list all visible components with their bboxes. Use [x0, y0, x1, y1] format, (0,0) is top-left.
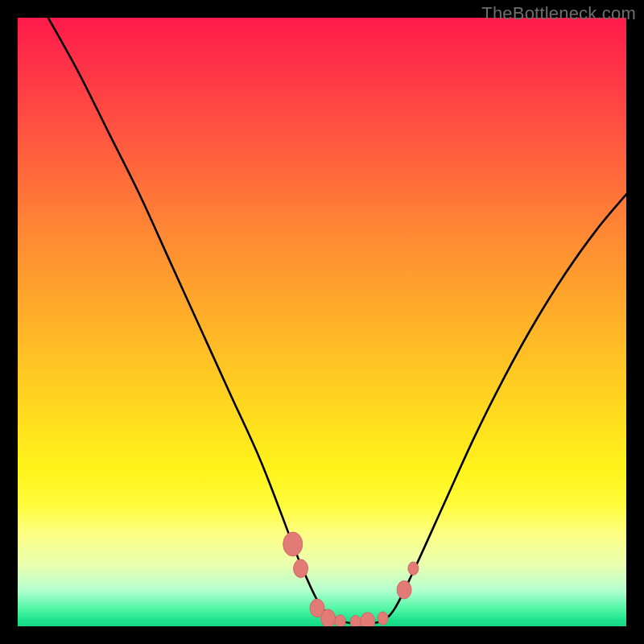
plot-area	[18, 18, 626, 626]
curve-marker	[350, 616, 361, 626]
curve-marker	[378, 612, 388, 625]
chart-frame: TheBottleneck.com	[0, 0, 644, 644]
curve-marker	[283, 532, 303, 556]
curve-marker	[321, 609, 336, 626]
watermark-text: TheBottleneck.com	[481, 3, 636, 24]
curve-marker	[397, 580, 411, 599]
curve-marker	[408, 562, 419, 575]
curve-markers	[283, 532, 419, 626]
curve-marker	[361, 613, 375, 626]
bottleneck-curve	[48, 18, 626, 624]
curve-layer	[18, 18, 626, 626]
curve-marker	[335, 615, 345, 626]
curve-marker	[294, 559, 308, 578]
